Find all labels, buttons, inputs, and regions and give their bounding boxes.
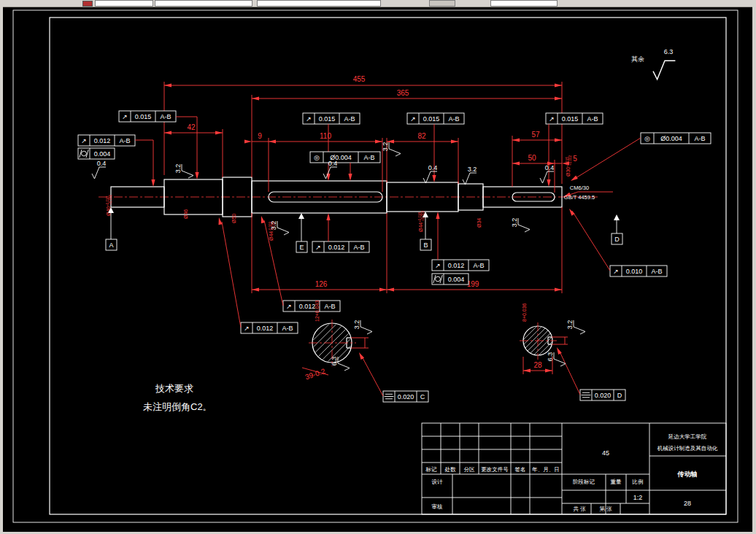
roughness-icon: [182, 164, 193, 178]
roughness-icon: [554, 352, 566, 366]
roughness-icon: [653, 61, 675, 80]
dia-label-7: Ø30+0.015+0.002: [566, 155, 572, 177]
drawing-number: 28: [684, 500, 691, 507]
dim-kw-right: 8+0.036: [522, 303, 527, 322]
svg-text:B: B: [423, 241, 428, 249]
roughness-icon: [463, 173, 477, 185]
fcf-runout-low2: ↗ 0.012 A-B: [217, 217, 298, 333]
roughness-icon: [92, 167, 106, 179]
runout-icon: ↗: [122, 113, 128, 120]
svg-text:A-B: A-B: [353, 244, 364, 251]
tech-title: 技术要求: [155, 383, 193, 394]
svg-text:A-B: A-B: [160, 113, 171, 120]
note-label: 其余: [631, 55, 644, 63]
svg-text:0.012: 0.012: [448, 262, 465, 269]
svg-text:3.2: 3.2: [270, 221, 277, 231]
runout-icon: ↗: [244, 325, 250, 332]
svg-text:A-B: A-B: [473, 262, 484, 269]
svg-text:更改文件号: 更改文件号: [481, 466, 509, 473]
dim-5: 5: [573, 155, 577, 163]
roughness-icon: [277, 221, 289, 235]
roughness-icon: [389, 142, 401, 156]
title-block: 延边大学工学院 机械设计制造及其自动化 传动轴 28 45 阶段标记 重量 比例…: [422, 423, 726, 514]
dim-82: 82: [417, 132, 426, 140]
dim-9: 9: [258, 132, 262, 140]
dim-kw-left: 12+0.043: [315, 301, 320, 322]
svg-text:A: A: [109, 241, 113, 249]
roughness-icon: [323, 167, 337, 179]
dimension-199: 199: [387, 207, 562, 293]
svg-text:第 张: 第 张: [599, 506, 612, 512]
linetype-combo[interactable]: [257, 0, 381, 7]
fcf-runout-e: ↗ 0.012 A-B: [312, 213, 369, 252]
svg-text:A-B: A-B: [119, 137, 130, 144]
scale-value: 1:2: [633, 494, 643, 501]
tech-line: 未注明倒角C2。: [143, 401, 212, 412]
fcf-symmetry-d: 0.020 D: [555, 347, 625, 400]
svg-text:0.004: 0.004: [448, 276, 465, 283]
svg-text:比例: 比例: [633, 479, 644, 485]
svg-text:A-B: A-B: [651, 268, 662, 275]
row-design: 设计: [432, 479, 444, 485]
svg-text:0.012: 0.012: [328, 244, 345, 251]
svg-text:3.2: 3.2: [382, 142, 389, 152]
svg-text:0.4: 0.4: [97, 160, 107, 167]
dia-label-6: Ø34: [477, 218, 482, 228]
fcf-concentricity-right: ◎ Ø0.004 A-B: [570, 133, 711, 182]
lineweight-combo[interactable]: [490, 0, 558, 7]
roughness-icon: [540, 171, 554, 183]
roughness-icon: [360, 320, 372, 334]
color-combo[interactable]: [155, 0, 252, 7]
svg-text:D: D: [617, 392, 622, 399]
dim-50: 50: [528, 154, 536, 162]
roughness-icon: [574, 320, 585, 334]
svg-text:0.4: 0.4: [428, 164, 438, 171]
center-hole-callout: CM6/30 GB/T 4459.5: [563, 185, 613, 201]
dia-label-2: Ø46: [183, 209, 188, 219]
roughness-icon: [518, 218, 530, 232]
toolbar-button[interactable]: [429, 0, 455, 7]
svg-text:A-B: A-B: [694, 135, 705, 142]
concentricity-icon: ◎: [644, 135, 650, 142]
svg-text:重量: 重量: [611, 479, 622, 485]
dim-sec-right: 28: [533, 361, 542, 369]
svg-text:共 张: 共 张: [573, 506, 586, 512]
dim-42: 42: [187, 123, 196, 131]
svg-text:A-B: A-B: [448, 115, 459, 123]
dia-label-5: Ø44+0.018+0.002: [418, 210, 425, 232]
svg-text:3.2: 3.2: [566, 320, 574, 330]
svg-text:0.020: 0.020: [595, 392, 612, 399]
technical-requirements: 技术要求 未注明倒角C2。: [143, 383, 212, 412]
svg-text:CM6/30: CM6/30: [570, 185, 589, 191]
fcf-runout-2: ↗ 0.015 A-B: [303, 113, 360, 181]
svg-text:分区: 分区: [464, 466, 476, 473]
color-swatch-button[interactable]: [82, 1, 93, 7]
runout-icon: ↗: [286, 303, 292, 310]
window-border-left: [0, 0, 3, 534]
section-view-right: 28 8+0.036: [520, 303, 568, 374]
svg-text:0.004: 0.004: [94, 150, 111, 158]
svg-text:0.020: 0.020: [398, 393, 414, 400]
runout-icon: ↗: [410, 115, 416, 123]
properties-toolbar: [0, 0, 756, 7]
svg-text:0.4: 0.4: [328, 160, 338, 167]
svg-text:阶段标记: 阶段标记: [573, 479, 595, 485]
fcf-concentricity-mid: ◎ Ø0.004 A-B: [310, 152, 380, 181]
fcf-runout-3: ↗ 0.015 A-B: [407, 113, 464, 182]
svg-text:A-B: A-B: [282, 325, 293, 332]
dimension-455: 455: [164, 75, 562, 184]
svg-text:0.015: 0.015: [562, 115, 579, 123]
svg-text:0.015: 0.015: [319, 115, 336, 123]
svg-text:3.2: 3.2: [511, 218, 518, 228]
svg-text:A-B: A-B: [587, 115, 598, 123]
dim-57: 57: [531, 131, 540, 139]
svg-text:3.2: 3.2: [353, 320, 360, 330]
dimension-82: 82: [387, 132, 458, 184]
runout-icon: ↗: [613, 268, 619, 275]
general-roughness-note: 其余 6.3: [631, 48, 675, 80]
svg-text:A-B: A-B: [344, 115, 355, 123]
runout-icon: ↗: [81, 137, 87, 144]
layer-combo[interactable]: [95, 0, 153, 7]
material: 45: [602, 449, 609, 457]
window-border-right: [752, 0, 756, 534]
